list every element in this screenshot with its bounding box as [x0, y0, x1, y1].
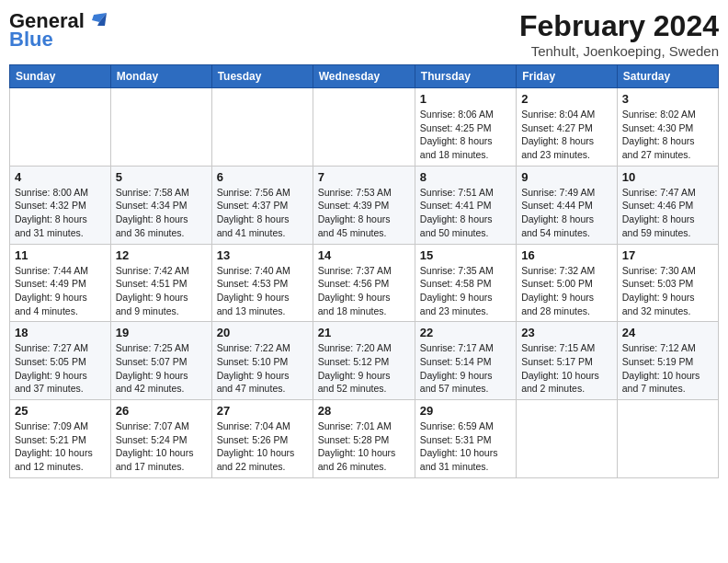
calendar-day-cell: 29Sunrise: 6:59 AM Sunset: 5:31 PM Dayli… — [415, 400, 516, 478]
calendar-day-cell: 11Sunrise: 7:44 AM Sunset: 4:49 PM Dayli… — [10, 244, 111, 322]
day-info: Sunrise: 7:42 AM Sunset: 4:51 PM Dayligh… — [116, 264, 207, 318]
day-number: 12 — [116, 248, 207, 262]
calendar-day-cell: 2Sunrise: 8:04 AM Sunset: 4:27 PM Daylig… — [517, 88, 618, 167]
col-thursday: Thursday — [415, 65, 516, 88]
calendar-day-cell: 17Sunrise: 7:30 AM Sunset: 5:03 PM Dayli… — [617, 244, 718, 322]
calendar-day-cell: 8Sunrise: 7:51 AM Sunset: 4:41 PM Daylig… — [415, 166, 516, 244]
calendar-day-cell — [517, 400, 618, 478]
calendar-week-row: 25Sunrise: 7:09 AM Sunset: 5:21 PM Dayli… — [10, 400, 719, 478]
calendar-day-cell: 12Sunrise: 7:42 AM Sunset: 4:51 PM Dayli… — [110, 244, 211, 322]
day-info: Sunrise: 7:27 AM Sunset: 5:05 PM Dayligh… — [15, 341, 106, 396]
calendar-day-cell: 7Sunrise: 7:53 AM Sunset: 4:39 PM Daylig… — [313, 166, 415, 244]
day-info: Sunrise: 8:00 AM Sunset: 4:32 PM Dayligh… — [15, 186, 106, 240]
day-number: 23 — [521, 326, 612, 339]
calendar-week-row: 1Sunrise: 8:06 AM Sunset: 4:25 PM Daylig… — [10, 88, 719, 167]
calendar-day-cell — [617, 400, 718, 478]
col-monday: Monday — [110, 65, 211, 88]
calendar-day-cell — [313, 88, 415, 167]
day-info: Sunrise: 7:22 AM Sunset: 5:10 PM Dayligh… — [217, 341, 308, 396]
day-number: 19 — [116, 326, 207, 339]
col-saturday: Saturday — [617, 65, 718, 88]
calendar-day-cell: 1Sunrise: 8:06 AM Sunset: 4:25 PM Daylig… — [415, 88, 516, 167]
calendar-day-cell: 21Sunrise: 7:20 AM Sunset: 5:12 PM Dayli… — [313, 322, 415, 400]
col-friday: Friday — [517, 65, 618, 88]
calendar-day-cell: 16Sunrise: 7:32 AM Sunset: 5:00 PM Dayli… — [517, 244, 618, 322]
day-number: 9 — [521, 170, 612, 184]
day-info: Sunrise: 7:32 AM Sunset: 5:00 PM Dayligh… — [521, 264, 612, 318]
day-number: 13 — [217, 248, 308, 262]
day-info: Sunrise: 7:30 AM Sunset: 5:03 PM Dayligh… — [622, 264, 713, 318]
calendar-day-cell: 6Sunrise: 7:56 AM Sunset: 4:37 PM Daylig… — [211, 166, 313, 244]
day-info: Sunrise: 7:04 AM Sunset: 5:26 PM Dayligh… — [217, 419, 308, 474]
day-info: Sunrise: 7:15 AM Sunset: 5:17 PM Dayligh… — [521, 341, 612, 396]
day-info: Sunrise: 7:09 AM Sunset: 5:21 PM Dayligh… — [15, 419, 106, 474]
logo: General Blue — [9, 9, 107, 52]
day-number: 5 — [116, 170, 207, 184]
day-number: 15 — [420, 248, 511, 262]
calendar-day-cell: 19Sunrise: 7:25 AM Sunset: 5:07 PM Dayli… — [110, 322, 211, 400]
day-number: 21 — [318, 326, 410, 339]
day-number: 27 — [217, 404, 308, 418]
day-number: 24 — [622, 326, 713, 339]
day-number: 3 — [622, 92, 713, 106]
day-number: 11 — [15, 248, 106, 262]
calendar-day-cell: 26Sunrise: 7:07 AM Sunset: 5:24 PM Dayli… — [110, 400, 211, 478]
day-number: 29 — [420, 404, 511, 418]
day-info: Sunrise: 7:51 AM Sunset: 4:41 PM Dayligh… — [420, 186, 511, 240]
calendar-day-cell: 28Sunrise: 7:01 AM Sunset: 5:28 PM Dayli… — [313, 400, 415, 478]
day-info: Sunrise: 7:37 AM Sunset: 4:56 PM Dayligh… — [318, 264, 410, 318]
day-info: Sunrise: 7:49 AM Sunset: 4:44 PM Dayligh… — [521, 186, 612, 240]
day-number: 8 — [420, 170, 511, 184]
logo-blue: Blue — [9, 28, 53, 52]
day-info: Sunrise: 7:25 AM Sunset: 5:07 PM Dayligh… — [116, 341, 207, 396]
day-number: 6 — [217, 170, 308, 184]
day-number: 1 — [420, 92, 511, 106]
calendar-table: Sunday Monday Tuesday Wednesday Thursday… — [9, 64, 719, 478]
day-number: 20 — [217, 326, 308, 339]
calendar-day-cell — [10, 88, 111, 167]
day-info: Sunrise: 7:01 AM Sunset: 5:28 PM Dayligh… — [318, 419, 410, 474]
day-info: Sunrise: 7:58 AM Sunset: 4:34 PM Dayligh… — [116, 186, 207, 240]
day-info: Sunrise: 6:59 AM Sunset: 5:31 PM Dayligh… — [420, 419, 511, 474]
calendar-week-row: 18Sunrise: 7:27 AM Sunset: 5:05 PM Dayli… — [10, 322, 719, 400]
calendar-day-cell: 14Sunrise: 7:37 AM Sunset: 4:56 PM Dayli… — [313, 244, 415, 322]
calendar-day-cell: 4Sunrise: 8:00 AM Sunset: 4:32 PM Daylig… — [10, 166, 111, 244]
day-number: 28 — [318, 404, 410, 418]
day-info: Sunrise: 8:06 AM Sunset: 4:25 PM Dayligh… — [420, 108, 511, 162]
day-number: 14 — [318, 248, 410, 262]
calendar-day-cell: 5Sunrise: 7:58 AM Sunset: 4:34 PM Daylig… — [110, 166, 211, 244]
title-area: February 2024 Tenhult, Joenkoeping, Swed… — [519, 9, 719, 59]
day-info: Sunrise: 7:40 AM Sunset: 4:53 PM Dayligh… — [217, 264, 308, 318]
calendar-week-row: 4Sunrise: 8:00 AM Sunset: 4:32 PM Daylig… — [10, 166, 719, 244]
day-info: Sunrise: 7:35 AM Sunset: 4:58 PM Dayligh… — [420, 264, 511, 318]
calendar-day-cell: 3Sunrise: 8:02 AM Sunset: 4:30 PM Daylig… — [617, 88, 718, 167]
calendar-week-row: 11Sunrise: 7:44 AM Sunset: 4:49 PM Dayli… — [10, 244, 719, 322]
calendar-day-cell: 23Sunrise: 7:15 AM Sunset: 5:17 PM Dayli… — [517, 322, 618, 400]
day-info: Sunrise: 7:07 AM Sunset: 5:24 PM Dayligh… — [116, 419, 207, 474]
day-number: 18 — [15, 326, 106, 339]
col-sunday: Sunday — [10, 65, 111, 88]
col-tuesday: Tuesday — [211, 65, 313, 88]
day-number: 26 — [116, 404, 207, 418]
calendar-day-cell — [110, 88, 211, 167]
calendar-day-cell: 10Sunrise: 7:47 AM Sunset: 4:46 PM Dayli… — [617, 166, 718, 244]
day-info: Sunrise: 7:53 AM Sunset: 4:39 PM Dayligh… — [318, 186, 410, 240]
day-info: Sunrise: 7:12 AM Sunset: 5:19 PM Dayligh… — [622, 341, 713, 396]
day-info: Sunrise: 7:56 AM Sunset: 4:37 PM Dayligh… — [217, 186, 308, 240]
day-number: 2 — [521, 92, 612, 106]
logo-bird-icon — [86, 13, 107, 29]
day-number: 4 — [15, 170, 106, 184]
day-info: Sunrise: 8:02 AM Sunset: 4:30 PM Dayligh… — [622, 108, 713, 162]
day-info: Sunrise: 7:44 AM Sunset: 4:49 PM Dayligh… — [15, 264, 106, 318]
day-info: Sunrise: 7:47 AM Sunset: 4:46 PM Dayligh… — [622, 186, 713, 240]
page-title: February 2024 — [519, 9, 719, 43]
day-number: 10 — [622, 170, 713, 184]
calendar-day-cell: 18Sunrise: 7:27 AM Sunset: 5:05 PM Dayli… — [10, 322, 111, 400]
day-info: Sunrise: 8:04 AM Sunset: 4:27 PM Dayligh… — [521, 108, 612, 162]
day-number: 17 — [622, 248, 713, 262]
day-number: 25 — [15, 404, 106, 418]
page-header: General Blue February 2024 Tenhult, Joen… — [9, 9, 719, 59]
day-info: Sunrise: 7:17 AM Sunset: 5:14 PM Dayligh… — [420, 341, 511, 396]
page-subtitle: Tenhult, Joenkoeping, Sweden — [519, 43, 719, 59]
calendar-day-cell: 15Sunrise: 7:35 AM Sunset: 4:58 PM Dayli… — [415, 244, 516, 322]
